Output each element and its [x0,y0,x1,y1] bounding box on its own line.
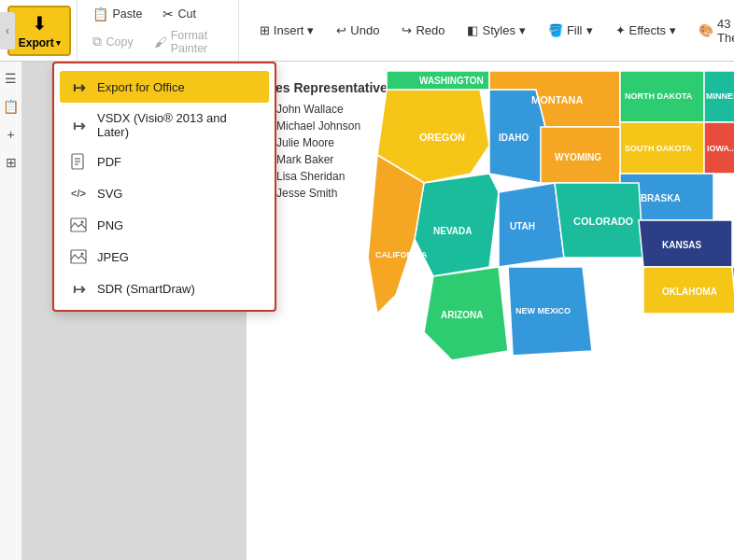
pdf-label: PDF [97,155,121,169]
left-sidebar: ☰ 📋 + ⊞ [0,62,22,560]
redo-icon: ↪ [402,23,412,37]
cut-button[interactable]: ✂ Cut [155,4,203,24]
legend-name-4: Lisa Sheridan [276,170,345,183]
sidebar-icon-grid[interactable]: ⊞ [2,153,21,172]
format-painter-label: Format Painter [171,29,216,55]
redo-label: Redo [416,23,445,37]
export-office-icon: ↦ [69,77,88,96]
sdr-icon: ↦ [69,279,88,298]
cut-label: Cut [177,7,195,21]
state-label-north-dakota: NORTH DAKOTA [625,91,693,101]
menu-item-sdr[interactable]: ↦ SDR (SmartDraw) [54,273,275,304]
fill-label: Fill [567,23,583,37]
export-dropdown-menu: ↦ Export for Office ↦ VSDX (Visio® 2013 … [52,62,276,312]
toolbar-secondary-group: ◧ Styles ▾ 🪣 Fill ▾ ✦ Effects ▾ 🎨 43 The… [458,12,734,49]
copy-label: Copy [106,35,133,49]
state-label-washington: WASHINGTON [419,76,484,86]
state-label-utah: UTAH [510,221,535,231]
insert-caret: ▾ [307,23,314,37]
export-office-label: Export for Office [97,80,185,94]
styles-icon: ◧ [467,23,478,37]
pdf-icon [69,152,88,171]
clipboard-top-row: 📋 Paste ✂ Cut [85,4,222,24]
sidebar-icon-menu[interactable]: ☰ [2,69,21,88]
menu-item-export-office[interactable]: ↦ Export for Office [60,71,269,103]
svg-label: SVG [97,187,122,201]
paste-button[interactable]: 📋 Paste [85,4,149,24]
clipboard-bottom-row: ⧉ Copy 🖌 Format Painter [85,26,222,58]
toolbar-left-group: ⬇ Export ▾ 📋 Paste ✂ Cut ⧉ [0,0,238,61]
legend-name-1: Michael Johnson [276,119,360,133]
toolbar-right-group: ⊞ Insert ▾ ↩ Undo ↪ Redo ◧ Styles ▾ 🪣 Fi… [238,0,734,61]
undo-label: Undo [350,23,379,37]
toolbar: ‹ ⬇ Export ▾ 📋 Paste ✂ Cut [0,0,734,62]
fill-icon: 🪣 [548,23,563,37]
export-text: Export [19,36,54,49]
main-area: ↦ Export for Office ↦ VSDX (Visio® 2013 … [22,62,734,560]
copy-button[interactable]: ⧉ Copy [85,31,140,52]
undo-icon: ↩ [336,23,346,37]
legend-name-0: John Wallace [276,103,344,116]
fill-caret: ▾ [586,23,593,37]
styles-caret: ▾ [519,23,526,37]
state-label-wyoming: WYOMING [555,152,601,162]
undo-button[interactable]: ↩ Undo [327,19,388,42]
effects-icon: ✦ [615,23,626,37]
state-label-arizona: ARIZONA [441,310,484,320]
nav-left-arrow[interactable]: ‹ [0,12,15,49]
jpeg-label: JPEG [97,250,129,264]
png-label: PNG [97,218,123,232]
export-icon: ⬇ [32,12,48,35]
vsdx-label: VSDX (Visio® 2013 and Later) [97,111,260,139]
styles-button[interactable]: ◧ Styles ▾ [458,19,534,42]
svg-point-7 [81,253,84,256]
state-label-california: CALIFORNIA [375,250,428,259]
png-icon [69,216,88,234]
themes-label: 43 Themes [717,17,734,45]
effects-caret: ▾ [670,23,676,37]
us-map-svg: OREGON WASHINGTON IDAHO MONTANA NORTH DA… [368,71,734,560]
effects-label: Effects [629,23,667,37]
jpeg-icon [69,247,88,266]
cut-icon: ✂ [162,7,174,21]
menu-item-vsdx[interactable]: ↦ VSDX (Visio® 2013 and Later) [54,105,275,146]
state-label-montana: MONTANA [531,94,583,105]
themes-button[interactable]: 🎨 43 Themes ▾ [689,12,734,49]
menu-item-svg[interactable]: </> SVG [54,177,275,209]
styles-label: Styles [482,23,515,37]
paste-icon: 📋 [92,7,108,21]
clipboard-group: 📋 Paste ✂ Cut ⧉ Copy 🖌 Format Painter [77,0,230,62]
state-label-iowa: IOWA... [707,144,734,153]
state-label-south-dakota: SOUTH DAKOTA [625,144,692,153]
export-label: Export ▾ [19,36,61,49]
state-label-nevada: NEVADA [433,226,472,236]
sidebar-icon-shapes[interactable]: 📋 [2,97,21,116]
legend-name-5: Jesse Smith [276,187,337,200]
effects-button[interactable]: ✦ Effects ▾ [606,19,686,42]
state-label-colorado: COLORADO [573,216,634,227]
format-painter-button[interactable]: 🖌 Format Painter [147,26,223,58]
insert-button[interactable]: ⊞ Insert ▾ [250,19,324,42]
svg-point-5 [81,221,84,224]
state-label-new-mexico: NEW MEXICO [515,306,571,315]
menu-item-jpeg[interactable]: JPEG [54,241,275,273]
fill-button[interactable]: 🪣 Fill ▾ [539,19,602,42]
state-label-oklahoma: OKLAHOMA [662,287,717,297]
insert-label: Insert [274,23,304,37]
sidebar-icon-add[interactable]: + [2,125,21,144]
export-caret: ▾ [56,38,61,48]
us-map-svg-area: OREGON WASHINGTON IDAHO MONTANA NORTH DA… [368,71,734,560]
paste-label: Paste [112,7,142,21]
menu-item-png[interactable]: PNG [54,209,275,241]
state-label-oregon: OREGON [419,132,465,143]
state-label-kansas: KANSAS [662,240,702,250]
state-label-minnesota: MINNES... [706,91,734,101]
redo-button[interactable]: ↪ Redo [392,19,454,42]
themes-icon: 🎨 [699,23,713,37]
vsdx-icon: ↦ [69,116,88,134]
copy-icon: ⧉ [92,34,102,49]
export-button[interactable]: ⬇ Export ▾ [7,6,71,56]
format-painter-icon: 🖌 [154,35,167,49]
legend-name-2: Julie Moore [276,136,334,149]
menu-item-pdf[interactable]: PDF [54,146,275,177]
